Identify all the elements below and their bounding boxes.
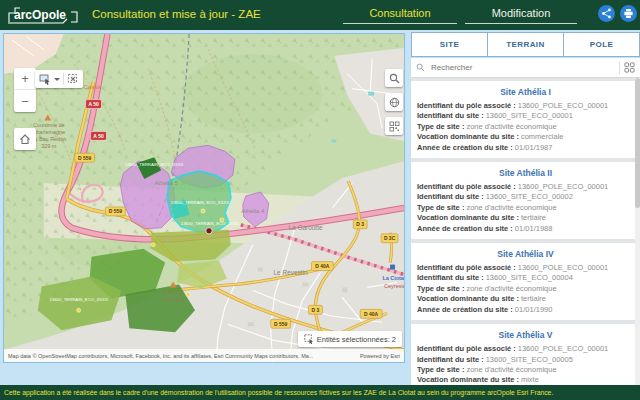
field-value: 13600_POLE_ECO_00001 (518, 344, 609, 353)
select-tool-icon[interactable] (39, 73, 51, 85)
map-attribution: Map data © OpenStreetMap contributors, M… (4, 349, 404, 362)
map-search-button[interactable] (385, 69, 403, 87)
app-header: arcOpole Consultation et mise à jour - Z… (0, 0, 640, 30)
basemap-button[interactable] (385, 93, 403, 111)
field-label: Type de site : (417, 203, 464, 212)
label-la-garoutte: La Garoutte (288, 224, 323, 231)
svg-text:D 559: D 559 (78, 156, 92, 161)
print-icon (623, 8, 634, 19)
page-title: Consultation et mise à jour - ZAE (92, 8, 261, 20)
print-button[interactable] (620, 5, 637, 22)
svg-text:D 3: D 3 (312, 308, 320, 313)
tab-modification[interactable]: Modification (465, 4, 577, 24)
zoom-in-button[interactable]: + (14, 68, 36, 90)
svg-text:D 559: D 559 (274, 322, 288, 327)
powered-by-esri: Powered by Esri (360, 353, 400, 359)
home-icon (19, 133, 31, 145)
arcopole-logo: arcOpole (5, 2, 87, 32)
zoom-widget: + − (14, 68, 36, 112)
field-label: Identifiant du site : (417, 111, 484, 120)
site-card[interactable]: Site Athélia V Identifiant du pôle assoc… (411, 324, 640, 385)
field-value: tertiaire (521, 213, 546, 222)
label-ceyreste: Ceyreste (384, 283, 404, 289)
selection-badge[interactable]: Entités sélectionnées: 2 (298, 331, 402, 347)
site-card-title[interactable]: Site Athélia II (417, 168, 634, 178)
scrollbar-thumb[interactable] (635, 78, 640, 208)
site-card-title[interactable]: Site Athélia IV (417, 249, 634, 259)
content-area: A 50 A 50 D 559 D 559 D 559 D 3 D 3 D 40… (0, 30, 640, 385)
search-input[interactable] (429, 62, 615, 73)
svg-text:Président: Président (162, 297, 186, 303)
field-label: Identifiant du pôle associé : (417, 263, 516, 272)
select-dropdown-caret[interactable] (54, 78, 60, 84)
svg-text:D 3: D 3 (356, 222, 364, 227)
field-label: Année de création du site : (417, 305, 513, 314)
svg-text:A 50: A 50 (88, 102, 99, 107)
site-card-list: Site Athélia I Identifiant du pôle assoc… (411, 78, 640, 385)
field-value: zone d'activité économique (466, 203, 556, 212)
site-card[interactable]: Site Athélia II Identifiant du pôle asso… (411, 162, 640, 239)
svg-text:329 m: 329 m (41, 143, 57, 149)
svg-text:D 40A: D 40A (364, 312, 379, 317)
svg-text:D 3C: D 3C (384, 236, 396, 241)
svg-text:13600_TERRAIN_ECO_XXXX: 13600_TERRAIN_ECO_XXXX (49, 297, 108, 302)
site-card[interactable]: Site Athélia I Identifiant du pôle assoc… (411, 81, 640, 158)
zoom-out-button[interactable]: − (14, 90, 36, 112)
logo-text: arcOpole (14, 8, 66, 22)
sidebar-scrollbar[interactable] (635, 78, 640, 385)
tab-terrain[interactable]: TERRAIN (487, 32, 564, 57)
field-value: zone d'activité économique (466, 122, 556, 131)
label-athelia5: Athélia 5 (155, 180, 179, 186)
share-icon (601, 8, 612, 19)
site-card-title[interactable]: Site Athélia I (417, 87, 634, 97)
field-value: 01/01/1990 (515, 305, 553, 314)
field-label: Année de création du site : (417, 143, 513, 152)
field-value: 13600_POLE_ECO_00001 (518, 263, 609, 272)
site-card[interactable]: Site Athélia IV Identifiant du pôle asso… (411, 243, 640, 320)
map-panel: A 50 A 50 D 559 D 559 D 559 D 3 D 3 D 40… (3, 33, 405, 363)
search-icon (389, 73, 400, 84)
field-label: Type de site : (417, 122, 464, 131)
field-value: 13600_POLE_ECO_00001 (518, 101, 609, 110)
svg-text:D 559: D 559 (109, 209, 123, 214)
clear-selection-icon[interactable] (67, 73, 79, 85)
field-label: Type de site : (417, 284, 464, 293)
field-label: Vocation dominante du site : (417, 294, 519, 303)
field-label: Vocation dominante du site : (417, 132, 519, 141)
grid-icon (389, 121, 400, 132)
home-button[interactable] (14, 128, 36, 150)
field-label: Identifiant du pôle associé : (417, 344, 516, 353)
field-value: zone d'activité économique (466, 284, 556, 293)
grid-view-icon[interactable] (624, 62, 635, 73)
site-card-title[interactable]: Site Athélia V (417, 330, 634, 340)
field-value: 01/01/1987 (515, 143, 553, 152)
field-value: commerciale (521, 132, 564, 141)
svg-text:Couronne de: Couronne de (33, 122, 65, 128)
toolbar-divider (63, 73, 64, 85)
overview-button[interactable] (385, 117, 403, 135)
search-divider (619, 62, 620, 74)
field-label: Type de site : (417, 365, 464, 374)
field-value: 13600_SITE_ECO_00001 (486, 111, 573, 120)
selection-icon (304, 334, 314, 344)
globe-icon (389, 97, 400, 108)
field-value: 01/01/1988 (515, 224, 553, 233)
field-value: tertiaire (521, 294, 546, 303)
sidebar-tabs: SITE TERRAIN POLE (411, 32, 640, 57)
label-athelia4: Athélia 4 (241, 208, 265, 214)
svg-text:A 50: A 50 (93, 134, 104, 139)
tab-consultation[interactable]: Consultation (343, 4, 457, 24)
share-button[interactable] (598, 5, 615, 22)
app-footer: Cette application a été réalisée dans le… (0, 385, 640, 400)
search-bar (411, 58, 640, 78)
field-label: Identifiant du site : (417, 273, 484, 282)
svg-text:13600_TERRAIN_ECO_XXXX: 13600_TERRAIN_ECO_XXXX (181, 221, 240, 226)
tab-pole[interactable]: POLE (563, 32, 640, 57)
selected-point-marker (206, 228, 212, 234)
selection-toolbar (35, 70, 83, 88)
arcopole-app: arcOpole Consultation et mise à jour - Z… (0, 0, 640, 400)
svg-text:Charlemagne: Charlemagne (32, 129, 65, 135)
tab-site[interactable]: SITE (411, 32, 488, 57)
label-la-ciotat: La Ciotat (382, 275, 404, 281)
field-label: Vocation dominante du site : (417, 213, 519, 222)
